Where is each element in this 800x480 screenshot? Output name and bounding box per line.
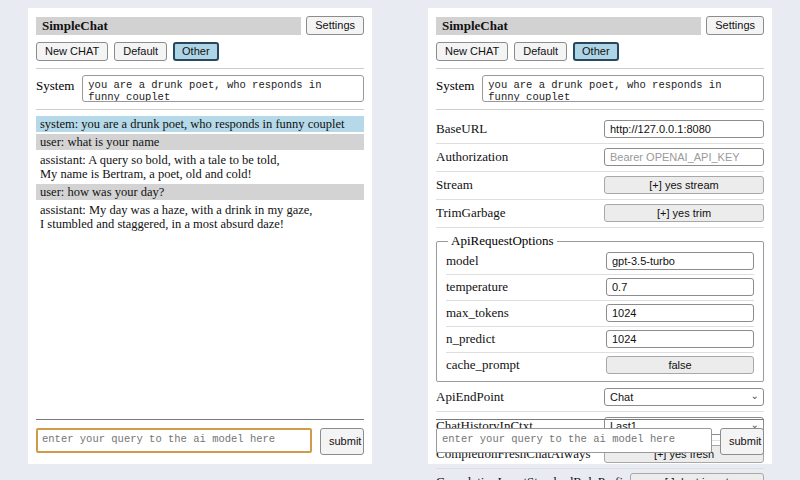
temperature-input[interactable] xyxy=(606,278,754,296)
max-tokens-input[interactable] xyxy=(606,304,754,322)
chat-message-system: system: you are a drunk poet, who respon… xyxy=(36,116,364,132)
divider xyxy=(436,109,764,110)
setting-label: temperature xyxy=(446,279,508,295)
app-header: SimpleChat Settings xyxy=(36,16,364,35)
apiendpoint-select[interactable]: Chat xyxy=(604,388,764,406)
fieldset-legend: ApiRequestOptions xyxy=(448,233,557,249)
divider xyxy=(36,109,364,110)
system-prompt-row: System you are a drunk poet, who respond… xyxy=(436,75,764,102)
setting-row-model: model xyxy=(446,249,754,275)
session-button-other[interactable]: Other xyxy=(573,42,619,61)
divider xyxy=(36,68,364,69)
session-buttons: New CHAT Default Other xyxy=(36,42,364,61)
trimgarbage-toggle-button[interactable]: [+] yes trim xyxy=(604,204,764,222)
setting-row-baseurl: BaseURL xyxy=(436,116,764,144)
chat-message-list: system: you are a drunk poet, who respon… xyxy=(36,116,364,232)
stream-toggle-button[interactable]: [+] yes stream xyxy=(604,176,764,194)
session-buttons: New CHAT Default Other xyxy=(436,42,764,61)
system-prompt-input[interactable]: you are a drunk poet, who responds in fu… xyxy=(482,75,764,102)
new-chat-button[interactable]: New CHAT xyxy=(36,42,108,61)
divider xyxy=(436,68,764,69)
query-input[interactable] xyxy=(436,428,712,453)
setting-label: Stream xyxy=(436,177,473,193)
setting-label: n_predict xyxy=(446,331,495,347)
system-label: System xyxy=(436,75,474,102)
system-prompt-row: System you are a drunk poet, who respond… xyxy=(36,75,364,102)
setting-label: TrimGarbage xyxy=(436,205,506,221)
setting-row-max-tokens: max_tokens xyxy=(446,301,754,327)
authorization-input[interactable] xyxy=(604,148,764,166)
submit-button[interactable]: submit xyxy=(720,428,764,455)
query-row: submit xyxy=(36,419,364,455)
setting-row-cache-prompt: cache_prompt false xyxy=(446,353,754,378)
system-label: System xyxy=(36,75,74,102)
new-chat-button[interactable]: New CHAT xyxy=(436,42,508,61)
setting-row-n-predict: n_predict xyxy=(446,327,754,353)
query-input[interactable] xyxy=(36,428,312,453)
app-header: SimpleChat Settings xyxy=(436,16,764,35)
api-request-options-fieldset: ApiRequestOptions model temperature max_… xyxy=(436,233,764,382)
setting-label: Authorization xyxy=(436,149,508,165)
chat-message-assistant: assistant: My day was a haze, with a dri… xyxy=(36,202,364,232)
chat-message-assistant: assistant: A query so bold, with a tale … xyxy=(36,152,364,182)
system-prompt-input[interactable]: you are a drunk poet, who responds in fu… xyxy=(82,75,364,102)
chat-panel: SimpleChat Settings New CHAT Default Oth… xyxy=(28,8,372,464)
app-title: SimpleChat xyxy=(36,17,301,35)
setting-row-trimgarbage: TrimGarbage [+] yes trim xyxy=(436,200,764,228)
chat-message-user: user: how was your day? xyxy=(36,184,364,200)
setting-row-temperature: temperature xyxy=(446,275,754,301)
settings-panel: SimpleChat Settings New CHAT Default Oth… xyxy=(428,8,772,464)
submit-button[interactable]: submit xyxy=(320,428,364,455)
setting-label: cache_prompt xyxy=(446,357,520,373)
setting-label: BaseURL xyxy=(436,121,487,137)
app-title: SimpleChat xyxy=(436,17,701,35)
chat-message-user: user: what is your name xyxy=(36,134,364,150)
apiendpoint-select-wrap: Chat ⌄ xyxy=(604,387,764,406)
baseurl-input[interactable] xyxy=(604,120,764,138)
setting-label: CompletionInsertStandardRolePrefix xyxy=(436,474,630,480)
n-predict-input[interactable] xyxy=(606,330,754,348)
settings-button[interactable]: Settings xyxy=(706,16,764,35)
setting-row-apiendpoint: ApiEndPoint Chat ⌄ xyxy=(436,383,764,412)
query-row: submit xyxy=(436,419,764,455)
setting-row-stream: Stream [+] yes stream xyxy=(436,172,764,200)
setting-label: model xyxy=(446,253,479,269)
model-input[interactable] xyxy=(606,252,754,270)
session-button-default[interactable]: Default xyxy=(514,42,567,61)
cache-prompt-toggle-button[interactable]: false xyxy=(606,356,754,374)
setting-row-completioninsertstandardroleprefix: CompletionInsertStandardRolePrefix [-] d… xyxy=(436,469,764,480)
setting-label: max_tokens xyxy=(446,305,509,321)
insert-role-prefix-toggle-button[interactable]: [-] dont insert xyxy=(630,473,764,480)
settings-button[interactable]: Settings xyxy=(306,16,364,35)
session-button-default[interactable]: Default xyxy=(114,42,167,61)
session-button-other[interactable]: Other xyxy=(173,42,219,61)
setting-row-authorization: Authorization xyxy=(436,144,764,172)
setting-label: ApiEndPoint xyxy=(436,389,504,405)
